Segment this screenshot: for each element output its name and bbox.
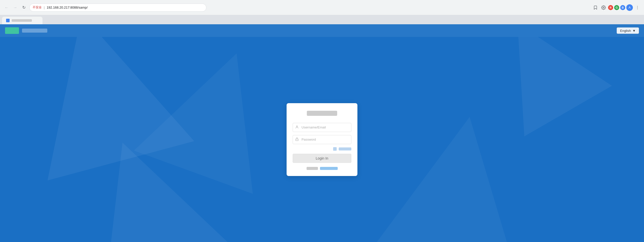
chevron-down-icon: ▼	[632, 29, 636, 33]
active-tab[interactable]	[2, 17, 42, 24]
login-card: Login In	[287, 103, 357, 176]
svg-rect-5	[296, 139, 298, 140]
header-logo	[5, 27, 19, 34]
login-logo-area	[293, 111, 351, 117]
menu-button[interactable]	[634, 4, 641, 11]
language-selector[interactable]: English ▼	[617, 28, 639, 34]
username-group	[293, 123, 351, 132]
login-logo	[307, 111, 337, 116]
browser-actions: R G B A	[592, 4, 641, 11]
header-title	[22, 29, 47, 33]
forward-button[interactable]: →	[12, 4, 19, 11]
security-warning: 不安全	[33, 5, 42, 10]
bottom-links	[293, 167, 351, 170]
svg-point-4	[296, 126, 298, 127]
settings-button[interactable]	[600, 4, 607, 11]
page-wrapper: ← → ↻ 不安全 | 192.168.20.217:8088/samp/ R	[0, 0, 644, 242]
browser-chrome: ← → ↻ 不安全 | 192.168.20.217:8088/samp/ R	[0, 0, 644, 15]
tab-bar	[0, 15, 644, 24]
login-button[interactable]: Login In	[293, 154, 351, 163]
tab-title	[12, 19, 32, 22]
nav-buttons: ← → ↻	[3, 4, 27, 11]
remember-label	[339, 147, 351, 150]
page-header: English ▼	[0, 24, 644, 37]
username-input[interactable]	[293, 123, 351, 132]
page-content: Login In	[0, 37, 644, 242]
extension-blue[interactable]: B	[620, 5, 625, 10]
svg-point-1	[637, 6, 638, 6]
remember-row	[293, 147, 351, 151]
forgot-password-link[interactable]	[320, 167, 338, 170]
svg-point-2	[637, 7, 638, 8]
remember-checkbox[interactable]	[333, 147, 337, 151]
password-group	[293, 135, 351, 144]
password-input[interactable]	[293, 135, 351, 144]
address-separator: |	[44, 6, 45, 9]
reload-button[interactable]: ↻	[20, 4, 27, 11]
extension-red[interactable]: R	[608, 5, 613, 10]
address-bar[interactable]: 不安全 | 192.168.20.217:8088/samp/	[29, 4, 206, 12]
svg-point-3	[637, 9, 638, 9]
back-button[interactable]: ←	[3, 4, 10, 11]
user-icon	[295, 125, 299, 129]
address-text: 192.168.20.217:8088/samp/	[47, 6, 88, 9]
lock-icon	[295, 137, 299, 142]
register-label	[307, 167, 318, 170]
language-label: English	[620, 29, 631, 33]
extension-green[interactable]: G	[614, 5, 619, 10]
profile-icon[interactable]: A	[626, 4, 633, 11]
bookmark-button[interactable]	[592, 4, 599, 11]
tab-favicon	[6, 19, 10, 22]
svg-point-0	[603, 7, 604, 8]
